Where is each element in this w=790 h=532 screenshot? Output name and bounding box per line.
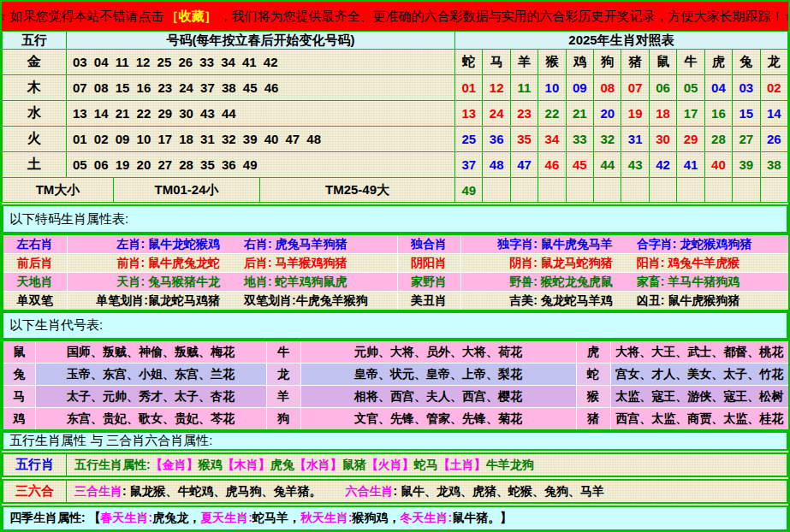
sanliuhe-segment: 三合生肖 [74,484,122,499]
code-row: 兔玉帝、东宫、小姐、东宫、兰花龙皇帝、状元、皇帝、上帝、梨花蛇宫女、才人、美女、… [3,364,789,386]
wuxing-segment: 【水肖】 [294,458,342,473]
zodiac-number-cell: 47 [510,152,538,178]
attr-value: 吉美: 兔龙蛇马羊鸡 凶丑: 鼠牛虎猴狗猪 [460,292,789,311]
tm-empty-cell [760,178,788,203]
element-numbers: 07 08 15 16 23 24 37 38 45 46 [67,75,455,101]
zodiac-number-cell: 27 [733,127,760,152]
code-animal: 牛 [266,340,300,364]
zodiac-name-cell: 龙 [760,50,788,75]
zodiac-name-cell: 狗 [594,50,621,75]
wuxing-segment: 牛羊龙狗 [486,458,534,473]
attr-row: 单双笔单笔划肖:鼠龙蛇马鸡猪 双笔划肖:牛虎兔羊猴狗美丑肖吉美: 兔龙蛇马羊鸡 … [3,292,789,311]
zodiac-number-cell: 04 [704,75,732,101]
sanliuhe-segment: : 鼠牛、龙鸡、虎猪、蛇猴、兔狗、马羊 [394,484,605,499]
attr-label: 美丑肖 [397,292,460,311]
seasons-segment: 虎兔龙， [152,511,200,526]
seasons-segment: 夏天生肖: [200,511,252,526]
wuxing-row-label: 五行肖 [3,454,67,476]
four-seasons-box: 四季生肖属性: 【春天生肖: 虎兔龙，夏天生肖: 蛇马羊，秋天生肖: 猴狗鸡，冬… [2,505,788,531]
promo-text-after: ，我们将为您提供最齐全、更准确的六合彩数据与实用的六合彩历史开奖记录，方便大家长… [219,9,788,25]
zodiac-name-cell: 猪 [621,50,649,75]
zodiac-name-cell: 马 [483,50,510,75]
zodiac-number-cell: 22 [538,101,566,127]
zodiac-number-cell: 01 [455,75,483,101]
zodiac-number-cell: 26 [760,127,788,152]
attr-label: 家野肖 [397,273,460,292]
attr-row: 天地肖天肖: 兔马猴猪牛龙 地肖: 蛇羊鸡狗鼠虎家野肖野兽: 猴蛇龙兔虎鼠 家畜… [3,273,789,292]
code-animal: 马 [3,386,35,408]
zodiac-number-cell: 14 [760,101,788,127]
zodiac-number-cell: 37 [455,152,483,178]
attr-label: 独合肖 [397,234,460,254]
zodiac-number-cell: 43 [621,152,649,178]
tm-big-label: TM25-49大 [260,178,455,203]
seasons-segment: 鼠牛猪。】 [452,511,512,526]
code-animal: 龙 [266,364,300,386]
element-label: 土 [3,152,67,178]
zodiac-number-cell: 15 [733,101,760,127]
code-animal: 狗 [266,408,300,431]
code-animal: 鸡 [3,408,35,431]
code-row: 鸡东宫、贵妃、歌女、贵妃、芩花狗文官、先锋、管家、先锋、菊花猪西宫、太监、商贾、… [3,408,789,431]
element-numbers: 13 14 21 22 29 30 43 44 [67,101,455,127]
sanliuhe-row-label: 三六合 [3,481,67,502]
tm-49-cell: 49 [455,178,483,203]
zodiac-number-cell: 30 [649,127,676,152]
zodiac-name-cell: 鸡 [566,50,593,75]
zodiac-number-cell: 07 [621,75,649,101]
zodiac-number-cell: 29 [677,127,704,152]
tm-empty-cell [621,178,649,203]
zodiac-number-cell: 10 [538,75,566,101]
sanliuhe-attr-row: 三六合 三合生肖: 鼠龙猴、牛蛇鸡、虎马狗、兔羊猪。 六合生肖: 鼠牛、龙鸡、虎… [2,479,788,504]
tm-empty-cell [733,178,760,203]
code-row: 鼠国师、叛贼、神偷、叛贼、梅花牛元帅、大将、员外、大将、荷花虎大将、大王、武士、… [3,340,789,364]
wuxing-segment: 虎兔 [270,458,294,473]
element-row: 木07 08 15 16 23 24 37 38 45 460112111009… [3,75,788,101]
sanliuhe-segment: 六合生肖 [346,484,394,499]
zodiac-number-cell: 44 [594,152,621,178]
zodiac-number-cell: 03 [733,75,760,101]
wuxing-segment: 蛇马 [414,458,438,473]
zodiac-number-cell: 48 [483,152,510,178]
zodiac-2025-header: 2025年生肖对照表 [455,32,788,50]
wuxing-segment: 【金肖】 [151,458,199,473]
zodiac-number-cell: 19 [621,101,649,127]
zodiac-name-cell: 猴 [538,50,566,75]
zodiac-number-cell: 36 [483,127,510,152]
seasons-segment: 猴狗鸡， [353,511,401,526]
zodiac-name-cell: 兔 [733,50,760,75]
zodiac-number-cell: 11 [510,75,538,101]
code-names: 玉帝、东宫、小姐、东宫、兰花 [35,364,266,386]
code-row: 马太子、元帅、秀才、太子、杏花羊相将、西宫、夫人、西宫、樱花猴太监、寇王、游侠、… [3,386,789,408]
zodiac-number-cell: 23 [510,101,538,127]
element-label: 金 [3,50,67,75]
zodiac-number-cell: 05 [677,75,704,101]
code-names: 太子、元帅、秀才、太子、杏花 [35,386,266,408]
sanliuhe-row-content: 三合生肖: 鼠龙猴、牛蛇鸡、虎马狗、兔羊猪。 六合生肖: 鼠牛、龙鸡、虎猪、蛇猴… [67,481,787,502]
attr-value: 左肖: 鼠牛龙蛇猴鸡 右肖: 虎兔马羊狗猪 [67,234,397,254]
zodiac-number-cell: 18 [649,101,676,127]
code-names: 西宫、太监、商贾、太监、桂花 [610,408,789,431]
zodiac-number-cell: 20 [594,101,621,127]
zodiac-number-cell: 09 [566,75,593,101]
attr-label: 天地肖 [3,273,67,292]
wuxing-attr-row: 五行肖 五行生肖属性: 【金肖】猴鸡 【木肖】虎兔 【水肖】鼠猪 【火肖】蛇马 … [2,452,788,477]
wuxing-segment: 【木肖】 [223,458,270,473]
zodiac-attribute-table: 左右肖左肖: 鼠牛龙蛇猴鸡 右肖: 虎兔马羊狗猪独合肖独字肖: 鼠牛虎兔马羊 合… [2,233,790,311]
element-row: 土05 06 19 20 27 28 35 36 493748474645444… [3,152,788,178]
zodiac-number-cell: 42 [649,152,676,178]
code-names: 相将、西宫、夫人、西宫、樱花 [300,386,576,408]
tm-empty-cell [483,178,510,203]
code-animal: 猴 [576,386,610,408]
zodiac-name-cell: 羊 [510,50,538,75]
zodiac-number-cell: 34 [538,127,566,152]
bookmark-link[interactable]: ［收藏］ [166,9,217,25]
seasons-segment: 冬天生肖: [401,511,453,526]
code-names: 东宫、贵妃、歌女、贵妃、芩花 [35,408,266,431]
zodiac-number-cell: 17 [677,101,704,127]
wuxing-segment: 猴鸡 [199,458,223,473]
zodiac-number-cell: 08 [594,75,621,101]
zodiac-number-cell: 41 [677,152,704,178]
attr-row: 前后肖前肖: 鼠牛虎兔龙蛇 后肖: 马羊猴鸡狗猪阴阳肖阴肖: 鼠龙马蛇狗猪 阳肖… [3,254,789,273]
seasons-segment: 秋天生肖: [300,511,353,526]
